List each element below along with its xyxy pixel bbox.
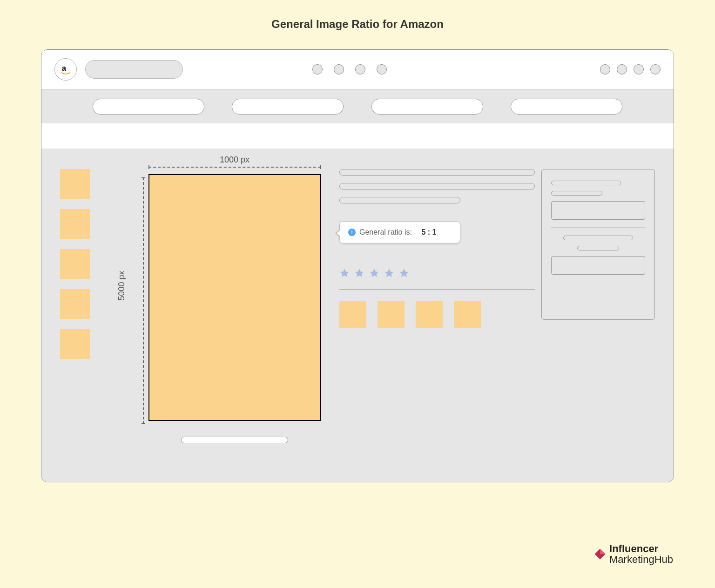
product-thumbnail[interactable] [60,289,90,319]
nav-circle-icon[interactable] [650,64,661,74]
product-thumbnail[interactable] [60,209,90,239]
browser-wireframe: a 1000 px [41,49,674,482]
nav-icon-group-right [600,64,661,74]
variant-swatch[interactable] [416,301,443,328]
variant-swatch[interactable] [378,301,405,328]
star-icon [339,268,350,278]
nav-circle-icon[interactable] [617,64,627,74]
influencer-marketing-hub-logo: Influencer MarketingHub [594,543,673,565]
category-pill[interactable] [511,99,622,115]
ratio-callout: ! General ratio is: 5 : 1 [339,221,460,243]
main-image-wrap: 1000 px 5000 px [125,155,321,443]
product-thumbnail[interactable] [60,329,90,359]
height-ruler [143,177,148,424]
main-product-image[interactable] [148,174,321,421]
image-scroll-handle[interactable] [181,437,288,443]
product-title-line [339,183,535,189]
buybox-line [551,191,602,196]
search-input-placeholder[interactable] [85,60,183,79]
product-subtitle-line [339,197,460,203]
info-icon: ! [348,229,356,236]
svg-text:a: a [62,64,67,73]
titlebar: a [41,50,674,89]
buybox [541,169,655,320]
footer-brand-rest: MarketingHub [609,554,673,565]
callout-label: General ratio is: [359,228,412,237]
amazon-logo-icon: a [54,58,77,81]
breadcrumb-band [41,123,674,149]
svg-marker-2 [600,549,605,554]
category-pill[interactable] [93,99,204,115]
nav-circle-icon[interactable] [600,64,610,74]
logo-diamond-icon [594,547,607,561]
width-label: 1000 px [148,155,321,165]
variant-swatch-row [339,301,535,328]
buybox-divider [551,227,645,228]
rating-stars[interactable] [339,268,535,278]
category-pill[interactable] [232,99,344,115]
buybox-line [563,236,633,240]
nav-circle-icon[interactable] [312,64,323,74]
star-icon [384,268,394,278]
nav-circle-icon[interactable] [377,64,387,74]
product-thumbnail[interactable] [60,169,90,199]
product-info-column: ! General ratio is: 5 : 1 [339,169,535,328]
nav-icon-group-center [312,64,387,74]
width-ruler [148,167,321,171]
callout-ratio-value: 5 : 1 [421,228,436,237]
star-icon [354,268,364,278]
nav-circle-icon[interactable] [634,64,644,74]
variant-swatch[interactable] [339,301,366,328]
star-icon [369,268,379,278]
product-title-line [339,169,535,176]
buybox-line [551,181,621,185]
height-label: 5000 px [117,270,127,300]
buybox-button[interactable] [551,201,645,220]
nav-circle-icon[interactable] [355,64,365,74]
star-icon [399,268,409,278]
product-content: 1000 px 5000 px ! General ratio is: 5 : … [41,149,674,482]
thumbnail-column [60,169,90,359]
category-nav [41,89,674,123]
buybox-line [577,246,619,250]
variant-swatch[interactable] [454,301,481,328]
category-pill[interactable] [371,99,483,115]
page-title: General Image Ratio for Amazon [0,0,715,31]
nav-circle-icon[interactable] [334,64,344,74]
product-thumbnail[interactable] [60,249,90,279]
buybox-button[interactable] [551,256,645,275]
footer-brand-bold: Influencer [609,543,673,554]
divider [339,289,535,290]
